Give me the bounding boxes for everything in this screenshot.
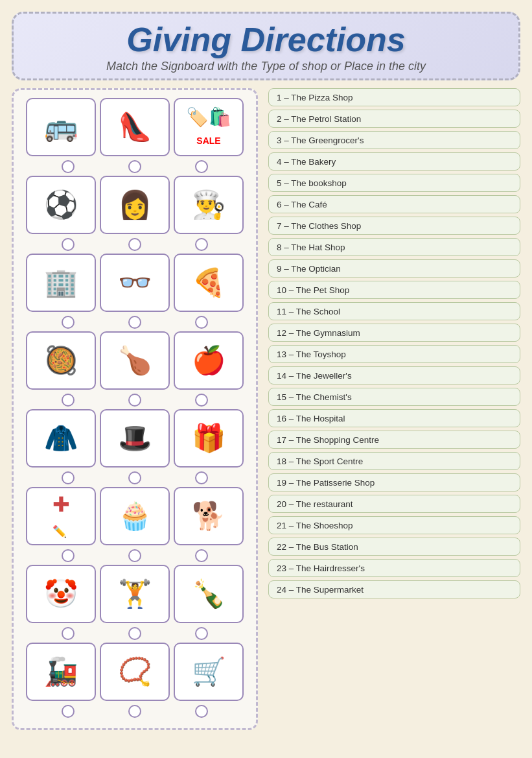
necklace-icon: 📿 bbox=[118, 658, 152, 685]
cell-pizza: 🍕 bbox=[174, 254, 244, 312]
image-row-4: 🥘 🍗 🍎 bbox=[21, 331, 248, 390]
list-item-23: 23 – The Hairdresser's bbox=[268, 559, 520, 577]
list-item-17: 17 – The Shopping Centre bbox=[268, 431, 520, 449]
connector-4a bbox=[62, 394, 75, 407]
connector-6c bbox=[195, 549, 208, 562]
connector-5a bbox=[62, 471, 75, 484]
list-item-10: 10 – The Pet Shop bbox=[268, 281, 520, 299]
cell-food: 🥘 bbox=[26, 331, 96, 390]
image-row-2: ⚽ 👩 👨‍🍳 bbox=[21, 176, 248, 234]
cell-woman: 👩 bbox=[100, 176, 170, 234]
list-item-13: 13 – The Toyshop bbox=[268, 345, 520, 363]
row-connectors-5 bbox=[21, 471, 248, 484]
row-connectors-7 bbox=[21, 627, 248, 640]
cell-chicken: 🍗 bbox=[100, 331, 170, 390]
connector-1b bbox=[128, 160, 141, 173]
medical-icon: ✚✏️ bbox=[52, 492, 70, 541]
list-item-21: 21 – The Shoeshop bbox=[268, 516, 520, 534]
list-item-11: 11 – The School bbox=[268, 302, 520, 320]
dog-icon: 🐕 bbox=[192, 503, 226, 530]
toy-icon: 🚂 bbox=[44, 658, 78, 685]
list-item-1: 1 – The Pizza Shop bbox=[268, 88, 520, 106]
row-connectors-6 bbox=[21, 549, 248, 562]
connector-3b bbox=[128, 316, 141, 329]
list-item-15: 15 – The Chemist's bbox=[268, 388, 520, 406]
woman-icon: 👩 bbox=[118, 191, 152, 219]
cell-sweater: 🧥 bbox=[26, 409, 96, 468]
row-connectors-1 bbox=[21, 160, 248, 173]
cell-toy: 🚂 bbox=[26, 643, 96, 701]
bottle-icon: 🍾 bbox=[192, 580, 226, 608]
cell-bottle: 🍾 bbox=[174, 565, 244, 623]
cell-sale: 🏷️🛍️SALE bbox=[174, 98, 244, 156]
clown-icon: 🤡 bbox=[44, 580, 78, 608]
connector-2a bbox=[62, 238, 75, 251]
apple-icon: 🍎 bbox=[192, 347, 226, 374]
cell-dog: 🐕 bbox=[174, 487, 244, 545]
cell-building: 🏢 bbox=[26, 254, 96, 312]
glasses-icon: 👓 bbox=[118, 269, 152, 296]
list-item-5: 5 – The bookshop bbox=[268, 174, 520, 192]
right-panel: 1 – The Pizza Shop2 – The Petrol Station… bbox=[268, 88, 520, 730]
connector-4b bbox=[128, 394, 141, 407]
connector-7b bbox=[128, 627, 141, 640]
row-connectors-2 bbox=[21, 238, 248, 251]
soccer-icon: ⚽ bbox=[44, 191, 78, 219]
connector-7a bbox=[62, 627, 75, 640]
list-item-7: 7 – The Clothes Shop bbox=[268, 217, 520, 235]
list-item-8: 8 – The Hat Shop bbox=[268, 238, 520, 256]
cell-medical: ✚✏️ bbox=[26, 487, 96, 545]
row-connectors-3 bbox=[21, 316, 248, 329]
cell-necklace: 📿 bbox=[100, 643, 170, 701]
cart-icon: 🛒 bbox=[192, 658, 226, 685]
connector-8a bbox=[62, 705, 75, 718]
connector-1a bbox=[62, 160, 75, 173]
connector-8b bbox=[128, 705, 141, 718]
connector-3a bbox=[62, 316, 75, 329]
cell-cook: 👨‍🍳 bbox=[174, 176, 244, 234]
list-item-9: 9 – The Optician bbox=[268, 259, 520, 278]
connector-4c bbox=[195, 394, 208, 407]
image-row-3: 🏢 👓 🍕 bbox=[21, 254, 248, 312]
image-row-8: 🚂 📿 🛒 bbox=[21, 643, 248, 701]
left-panel: 🚌 👠 🏷️🛍️SALE bbox=[12, 88, 258, 730]
chicken-icon: 🍗 bbox=[118, 347, 152, 374]
page-wrapper: Giving Directions Match the Signboard wi… bbox=[12, 12, 520, 730]
cell-cupcake: 🧁 bbox=[100, 487, 170, 545]
subtitle: Match the Signboard with the Type of sho… bbox=[27, 60, 505, 73]
image-row-6: ✚✏️ 🧁 🐕 bbox=[21, 487, 248, 545]
list-item-3: 3 – The Greengrocer's bbox=[268, 131, 520, 149]
title-box: Giving Directions Match the Signboard wi… bbox=[12, 12, 520, 80]
list-item-19: 19 – The Patisserie Shop bbox=[268, 473, 520, 492]
cell-glasses: 👓 bbox=[100, 254, 170, 312]
list-item-14: 14 – The Jeweller's bbox=[268, 366, 520, 385]
connector-2b bbox=[128, 238, 141, 251]
cupcake-icon: 🧁 bbox=[118, 503, 152, 530]
connector-6a bbox=[62, 549, 75, 562]
cell-gift: 🎁 bbox=[174, 409, 244, 468]
gift-icon: 🎁 bbox=[192, 425, 226, 452]
connector-2c bbox=[195, 238, 208, 251]
cell-clown: 🤡 bbox=[26, 565, 96, 623]
cell-cart: 🛒 bbox=[174, 643, 244, 701]
list-item-6: 6 – The Café bbox=[268, 195, 520, 213]
connector-5c bbox=[195, 471, 208, 484]
list-item-24: 24 – The Supermarket bbox=[268, 580, 520, 598]
cell-shoe: 👠 bbox=[100, 98, 170, 156]
image-grid-container: 🚌 👠 🏷️🛍️SALE bbox=[12, 88, 258, 730]
list-item-4: 4 – The Bakery bbox=[268, 152, 520, 171]
cell-apple: 🍎 bbox=[174, 331, 244, 390]
list-item-2: 2 – The Petrol Station bbox=[268, 110, 520, 128]
sweater-icon: 🧥 bbox=[44, 425, 78, 452]
hat-icon: 🎩 bbox=[118, 425, 152, 452]
connector-1c bbox=[195, 160, 208, 173]
list-item-12: 12 – The Gymnasium bbox=[268, 324, 520, 342]
bus-icon: 🚌 bbox=[44, 113, 78, 141]
image-row-7: 🤡 🏋️ 🍾 bbox=[21, 565, 248, 623]
cell-bus: 🚌 bbox=[26, 98, 96, 156]
cook-icon: 👨‍🍳 bbox=[192, 191, 226, 219]
connector-6b bbox=[128, 549, 141, 562]
cell-dumbbell: 🏋️ bbox=[100, 565, 170, 623]
row-connectors-8 bbox=[21, 705, 248, 718]
shoe-icon: 👠 bbox=[118, 113, 152, 141]
